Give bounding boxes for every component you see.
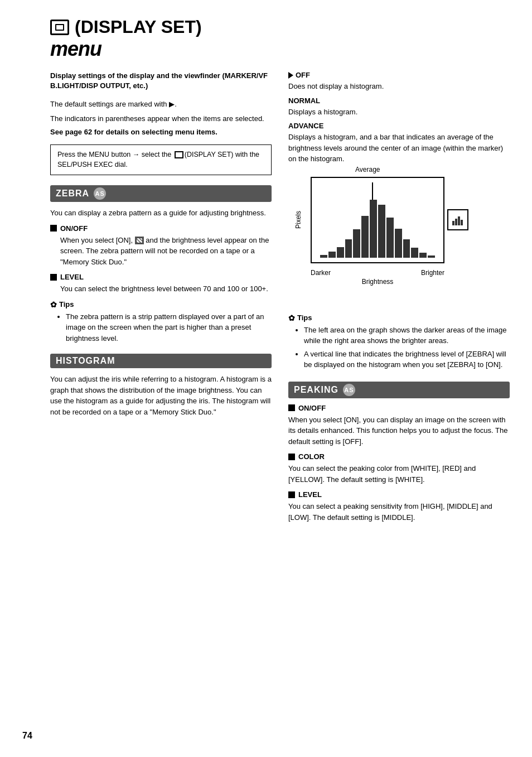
- intro-text-2: The indicators in parentheses appear whe…: [50, 113, 272, 124]
- menu-instruction-text: Press the MENU button → select the (DISP…: [57, 151, 259, 169]
- black-square-icon: [50, 225, 57, 232]
- peaking-level-title: LEVEL: [288, 490, 510, 499]
- zebra-onoff-title: ON/OFF: [50, 224, 272, 233]
- bar-5: [353, 229, 360, 258]
- black-square-icon-3: [288, 404, 295, 411]
- histogram-section: HISTOGRAM You can adjust the iris while …: [50, 354, 272, 417]
- page-title-line1: (DISPLAY SET): [75, 17, 202, 37]
- peaking-onoff-text: When you select [ON], you can display an…: [288, 414, 510, 447]
- histogram-header: HISTOGRAM: [50, 354, 272, 368]
- triangle-right-icon: [288, 72, 293, 79]
- see-page-text: See page 62 for details on selecting men…: [50, 127, 272, 137]
- black-square-icon-2: [50, 274, 57, 281]
- bar-11: [403, 239, 410, 257]
- zebra-intro: You can display a zebra pattern as a gui…: [50, 208, 272, 219]
- peaking-as-badge: AS: [343, 384, 355, 396]
- peaking-onoff-title: ON/OFF: [288, 404, 510, 412]
- histogram-off-option: OFF Does not display a histogram.: [288, 71, 510, 92]
- zebra-as-badge: AS: [94, 187, 106, 200]
- zebra-tips-label: Tips: [59, 300, 74, 308]
- histogram-tips: ✿ Tips The left area on the graph shows …: [288, 314, 510, 370]
- peaking-color-text: You can select the peaking color from [W…: [288, 463, 510, 485]
- zebra-tip-1: The zebra pattern is a strip pattern dis…: [66, 311, 272, 344]
- histogram-tip-2: A vertical line that indicates the brigh…: [304, 349, 510, 370]
- zebra-onoff-text: When you select [ON], and the brightness…: [60, 235, 272, 268]
- histogram-chart: [311, 177, 444, 263]
- histogram-icon-svg: [451, 213, 465, 226]
- zebra-title: ZEBRA: [56, 189, 89, 199]
- svg-rect-3: [461, 220, 463, 225]
- display-set-icon: [50, 20, 69, 35]
- bar-10: [395, 229, 402, 258]
- peaking-color-title: COLOR: [288, 452, 510, 461]
- histogram-normal-label: NORMAL: [288, 97, 320, 105]
- chart-label-brighter: Brighter: [421, 269, 444, 277]
- histogram-title: HISTOGRAM: [56, 356, 115, 366]
- histogram-normal-text: Displays a histogram.: [288, 107, 510, 118]
- histogram-icon: [447, 209, 468, 230]
- page-title-line2: menu: [50, 37, 510, 61]
- histogram-off-label: OFF: [296, 71, 310, 79]
- bar-9: [386, 218, 394, 257]
- chart-label-average: Average: [355, 166, 380, 173]
- peaking-color-label: COLOR: [298, 452, 325, 461]
- svg-rect-2: [458, 216, 460, 225]
- peaking-level-label: LEVEL: [298, 490, 322, 499]
- histogram-advance-label: ADVANCE: [288, 122, 323, 130]
- black-square-icon-5: [288, 491, 295, 498]
- histogram-tips-label: Tips: [297, 314, 312, 322]
- peaking-onoff-label: ON/OFF: [298, 404, 326, 412]
- black-square-icon-4: [288, 454, 295, 460]
- menu-instruction-box: Press the MENU button → select the (DISP…: [50, 144, 272, 176]
- histogram-tip-1: The left area on the graph shows the dar…: [304, 325, 510, 346]
- zebra-level-text: You can select the brightness level betw…: [60, 283, 272, 295]
- bar-8: [378, 205, 385, 257]
- chart-label-brightness: Brightness: [311, 278, 444, 286]
- zebra-level-title: LEVEL: [50, 273, 272, 281]
- peaking-level-text: You can select a peaking sensitivity fro…: [288, 501, 510, 523]
- histogram-tips-header: ✿ Tips: [288, 314, 510, 322]
- bar-7: [370, 200, 377, 258]
- bar-14: [428, 255, 435, 257]
- tips-icon: ✿: [50, 300, 57, 309]
- bar-4: [345, 239, 352, 257]
- bar-2: [328, 252, 336, 257]
- zebra-header: ZEBRA AS: [50, 185, 272, 202]
- peaking-section: PEAKING AS ON/OFF When you select [ON], …: [288, 382, 510, 523]
- zebra-level-label: LEVEL: [60, 273, 84, 281]
- zebra-section: ZEBRA AS You can display a zebra pattern…: [50, 185, 272, 344]
- peaking-title: PEAKING: [294, 385, 338, 395]
- tips-icon-2: ✿: [288, 314, 295, 322]
- bar-6: [361, 216, 369, 258]
- intro-text-1: The default settings are marked with ▶.: [50, 99, 272, 110]
- zebra-onoff-label: ON/OFF: [60, 224, 88, 233]
- histogram-bars: [320, 194, 435, 258]
- page-number: 74: [22, 731, 32, 740]
- zebra-tips-header: ✿ Tips: [50, 300, 272, 309]
- histogram-advance-text: Displays a histogram, and a bar that ind…: [288, 132, 510, 165]
- histogram-off-text: Does not display a histogram.: [288, 81, 510, 92]
- histogram-advance-option: ADVANCE Displays a histogram, and a bar …: [288, 122, 510, 165]
- svg-rect-0: [452, 221, 454, 225]
- bar-13: [419, 253, 427, 257]
- peaking-header: PEAKING AS: [288, 382, 510, 398]
- zebra-tips-list: The zebra pattern is a strip pattern dis…: [66, 311, 272, 344]
- bar-12: [411, 248, 418, 257]
- svg-rect-1: [455, 219, 457, 225]
- chart-label-darker: Darker: [311, 269, 331, 277]
- bar-1: [320, 255, 327, 258]
- histogram-intro: You can adjust the iris while referring …: [50, 374, 272, 417]
- histogram-tips-list: The left area on the graph shows the dar…: [304, 325, 510, 370]
- subtitle: Display settings of the display and the …: [50, 71, 272, 91]
- chart-label-pixels: Pixels: [294, 210, 302, 228]
- bar-3: [337, 247, 344, 257]
- page-header: (DISPLAY SET) menu: [50, 17, 510, 61]
- histogram-normal-option: NORMAL Displays a histogram.: [288, 97, 510, 118]
